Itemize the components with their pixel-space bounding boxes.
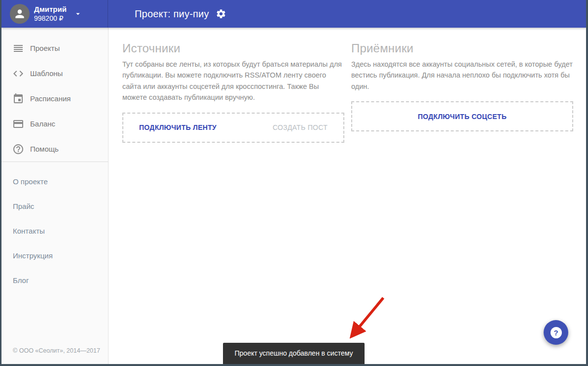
- app-header: Дмитрий 998200 ₽ Проект: пиу-пиу: [1, 0, 586, 28]
- app-window: Дмитрий 998200 ₽ Проект: пиу-пиу Проекты: [0, 0, 588, 366]
- sidebar-link-blog[interactable]: Блог: [1, 268, 108, 292]
- sidebar-item-label: Помощь: [30, 145, 59, 153]
- sidebar-link-about[interactable]: О проекте: [1, 169, 108, 194]
- sidebar-menu: Проекты Шаблоны Расписания: [1, 28, 108, 162]
- toast-notification: Проект успешно добавлен в систему: [223, 343, 365, 364]
- calendar-event-icon: [12, 93, 24, 105]
- help-circle-icon: [12, 143, 24, 155]
- sources-section: Источники Тут собраны все ленты, из кото…: [122, 41, 344, 364]
- sources-description: Тут собраны все ленты, из которых будут …: [122, 59, 344, 103]
- credit-card-icon: [12, 118, 24, 130]
- user-name: Дмитрий: [34, 5, 67, 14]
- receivers-actions-box: ПОДКЛЮЧИТЬ СОЦСЕТЬ: [351, 101, 573, 131]
- user-meta: Дмитрий 998200 ₽: [34, 5, 67, 23]
- list-lines-icon: [12, 42, 24, 54]
- sidebar-item-help[interactable]: Помощь: [1, 136, 108, 162]
- header-title-bar: Проект: пиу-пиу: [108, 0, 586, 28]
- copyright-text: © ООО «Сеолит», 2014—2017: [1, 347, 108, 364]
- sidebar-item-schedules[interactable]: Расписания: [1, 86, 108, 111]
- connect-feed-button[interactable]: ПОДКЛЮЧИТЬ ЛЕНТУ: [139, 123, 217, 131]
- sidebar: Проекты Шаблоны Расписания: [1, 28, 109, 364]
- sidebar-link-manual[interactable]: Инструкция: [1, 243, 108, 268]
- sources-title: Источники: [122, 41, 344, 55]
- project-title: Проект: пиу-пиу: [135, 8, 209, 20]
- sidebar-item-balance[interactable]: Баланс: [1, 111, 108, 136]
- connect-social-button[interactable]: ПОДКЛЮЧИТЬ СОЦСЕТЬ: [418, 113, 507, 121]
- receivers-title: Приёмники: [351, 41, 573, 55]
- sidebar-link-pricing[interactable]: Прайс: [1, 194, 108, 218]
- toast-message: Проект успешно добавлен в систему: [235, 349, 353, 357]
- receivers-section: Приёмники Здесь находятся все аккаунты с…: [351, 41, 573, 364]
- code-brackets-icon: [12, 68, 24, 80]
- create-post-button[interactable]: СОЗДАТЬ ПОСТ: [273, 123, 328, 131]
- person-icon: [13, 7, 26, 20]
- sidebar-item-label: Расписания: [30, 94, 71, 103]
- sidebar-item-label: Баланс: [30, 120, 55, 128]
- sidebar-item-label: Проекты: [30, 44, 60, 52]
- chevron-down-icon[interactable]: [74, 9, 82, 18]
- receivers-description: Здесь находятся все аккаунты социальных …: [351, 59, 573, 92]
- sidebar-item-templates[interactable]: Шаблоны: [1, 61, 108, 86]
- sidebar-item-label: Шаблоны: [30, 69, 63, 78]
- settings-gear-icon[interactable]: [216, 8, 226, 19]
- main-content: Источники Тут собраны все ленты, из кото…: [109, 28, 586, 364]
- help-fab-button[interactable]: ?: [544, 320, 568, 345]
- user-avatar[interactable]: [10, 4, 30, 24]
- sources-actions-box: ПОДКЛЮЧИТЬ ЛЕНТУ СОЗДАТЬ ПОСТ: [122, 113, 344, 143]
- sidebar-item-projects[interactable]: Проекты: [1, 36, 108, 61]
- sidebar-links: О проекте Прайс Контакты Инструкция Блог: [1, 162, 108, 292]
- user-panel[interactable]: Дмитрий 998200 ₽: [1, 0, 108, 28]
- question-mark-icon: ?: [551, 327, 562, 338]
- sidebar-link-contacts[interactable]: Контакты: [1, 218, 108, 243]
- user-balance: 998200 ₽: [34, 14, 67, 23]
